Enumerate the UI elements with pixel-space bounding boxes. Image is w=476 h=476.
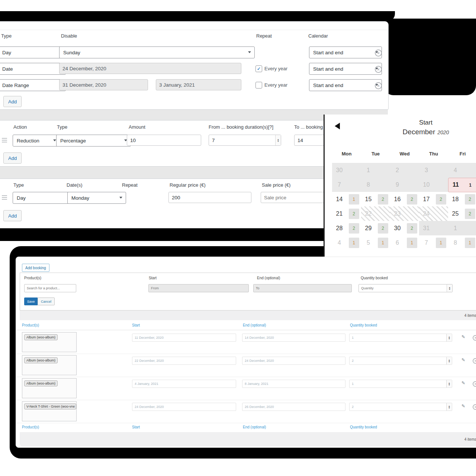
number-stepper[interactable]: ▴ ▾ [275,135,281,145]
day-cell[interactable]: 9 [390,177,419,192]
quantity-input[interactable] [358,284,453,292]
day-cell[interactable]: 81 [448,235,476,250]
table-footer-start[interactable]: Start [132,425,140,429]
delete-icon[interactable]: ✕ [473,335,476,341]
table-header-start[interactable]: Start [132,323,140,327]
booking-quantity-field[interactable] [349,334,452,342]
day-cell[interactable]: 30 [332,163,361,177]
day-cell[interactable]: 182 [448,192,476,206]
day-cell[interactable]: 162 [390,192,419,206]
day-cell[interactable]: 302 [390,221,419,235]
drag-handle-icon[interactable] [2,195,7,200]
add-availability-button[interactable]: Add [3,96,22,107]
every-year-checkbox[interactable]: ✓ [255,65,262,72]
regular-price-field[interactable] [168,192,251,203]
table-header-end[interactable]: End (optional) [243,323,266,327]
day-cell[interactable]: 8 [361,177,390,192]
booking-start-field[interactable] [132,357,236,365]
type-select[interactable]: Day [0,46,66,58]
day-cell[interactable]: 10 [419,177,448,192]
calendar-select[interactable]: Start and end [309,46,382,58]
every-year-checkbox[interactable] [255,82,262,89]
day-cell[interactable]: 7 [332,177,361,192]
delete-icon[interactable]: ✕ [473,358,476,364]
table-header-quantity[interactable]: Quantity booked [350,323,377,327]
stepper-down-icon[interactable]: ▾ [448,361,450,363]
day-cell[interactable]: 212 [332,206,361,221]
day-cell-selected[interactable]: 111 [448,178,476,192]
amount-field[interactable] [127,135,201,146]
remove-row-icon[interactable]: ✕ [375,66,382,73]
number-stepper[interactable]: ▴ ▾ [446,334,452,341]
day-cell[interactable]: 152 [361,192,390,206]
action-select[interactable]: Reduction [13,135,60,147]
day-cell-blocked[interactable]: 24 [419,206,448,221]
edit-icon[interactable]: ✎ [461,334,465,340]
day-cell-blocked[interactable]: 23 [390,206,419,221]
disable-date-field[interactable] [59,63,241,74]
day-cell[interactable]: 71 [419,235,448,250]
remove-row-icon[interactable]: ✕ [375,82,382,89]
day-cell[interactable]: 4 [448,163,476,177]
delete-icon[interactable]: ✕ [473,381,476,387]
number-stepper[interactable]: ▴ ▾ [447,284,452,292]
disable-from-field[interactable] [59,79,148,90]
add-price-rule-button[interactable]: Add [3,210,22,221]
stepper-down-icon[interactable]: ▾ [449,288,450,290]
table-footer-end[interactable]: End (optional) [243,425,266,429]
day-cell[interactable]: 1 [448,221,476,235]
table-footer-product[interactable]: Product(s) [22,425,39,429]
remove-row-icon[interactable]: ✕ [375,49,382,57]
booking-end-field[interactable] [242,380,345,388]
day-cell[interactable]: 2 [390,163,419,177]
start-date-input[interactable] [148,284,249,292]
type-select[interactable]: Date [0,63,66,75]
booking-quantity-field[interactable] [349,357,452,365]
price-type-select[interactable]: Day [13,192,74,204]
edit-icon[interactable]: ✎ [461,403,465,409]
stepper-down-icon[interactable]: ▾ [448,407,450,409]
calendar-select[interactable]: Start and end [309,79,382,91]
booking-start-field[interactable] [132,334,236,342]
edit-icon[interactable]: ✎ [461,380,465,386]
delete-icon[interactable]: ✕ [473,404,476,410]
day-cell[interactable]: 41 [332,235,361,250]
table-footer-quantity[interactable]: Quantity booked [350,425,377,429]
drag-handle-icon[interactable] [2,138,7,142]
stepper-down-icon[interactable]: ▾ [448,384,450,386]
booking-end-field[interactable] [242,334,345,342]
day-cell[interactable]: 292 [361,221,390,235]
day-cell[interactable]: 172 [419,192,448,206]
stepper-down-icon[interactable]: ▾ [277,140,279,142]
add-duration-rule-button[interactable]: Add [3,152,22,164]
stepper-down-icon[interactable]: ▾ [448,338,450,340]
edit-icon[interactable]: ✎ [461,357,465,363]
end-date-input[interactable] [253,284,352,292]
booking-start-field[interactable] [132,380,236,388]
day-cell[interactable]: 61 [390,235,419,250]
day-cell[interactable]: 31 [419,221,448,235]
booking-end-field[interactable] [242,357,345,365]
save-button[interactable]: Save [24,298,38,305]
number-stepper[interactable]: ▴ ▾ [446,357,452,364]
day-cell[interactable]: 51 [361,235,390,250]
booking-end-field[interactable] [242,403,345,411]
disable-select[interactable]: Sunday [59,46,255,58]
booking-quantity-field[interactable] [349,380,452,388]
number-stepper[interactable]: ▴ ▾ [446,403,452,411]
day-cell[interactable]: 282 [332,221,361,235]
day-cell[interactable]: 1 [361,163,390,177]
table-header-product[interactable]: Product(s) [22,323,39,327]
booking-start-field[interactable] [132,403,236,411]
day-cell[interactable]: 141 [332,192,361,206]
add-booking-button[interactable]: Add booking [22,264,49,272]
product-search-input[interactable] [24,284,76,292]
amount-type-select[interactable]: Percentage [56,135,131,147]
dates-select[interactable]: Monday [67,192,126,204]
cancel-button[interactable]: Cancel [38,298,55,305]
disable-to-field[interactable] [156,79,241,90]
booking-quantity-field[interactable] [349,403,452,411]
prev-month-icon[interactable] [335,123,340,129]
day-cell[interactable]: 3 [419,163,448,177]
number-stepper[interactable]: ▴ ▾ [446,380,452,387]
